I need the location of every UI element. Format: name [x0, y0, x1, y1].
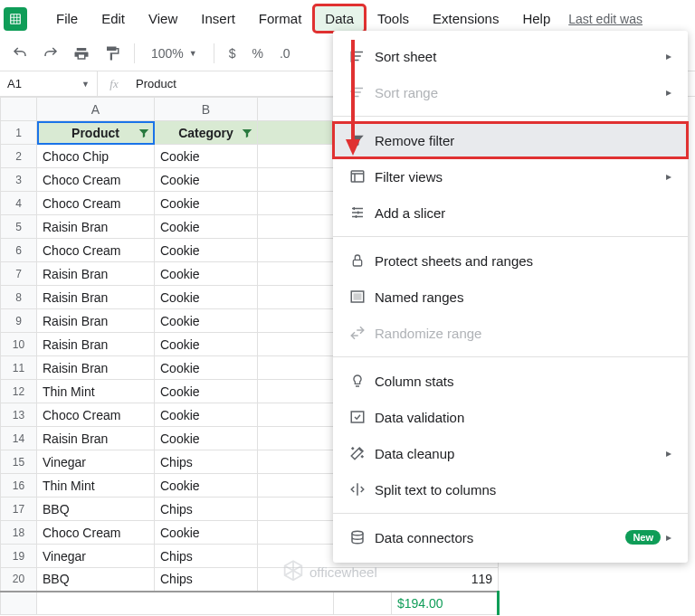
menu-data-cleanup[interactable]: Data cleanup [333, 435, 688, 471]
row-header[interactable]: 11 [1, 356, 37, 380]
menu-insert[interactable]: Insert [190, 5, 246, 32]
cell-product[interactable]: BBQ [37, 568, 155, 592]
row-header[interactable]: 3 [1, 168, 37, 192]
cell-category[interactable]: Cookie [155, 403, 258, 427]
cell-product[interactable]: Thin Mint [37, 380, 155, 403]
cell-product[interactable]: Raisin Bran [37, 286, 155, 309]
row-header[interactable]: 7 [1, 262, 37, 286]
cell-product[interactable]: Raisin Bran [37, 309, 155, 333]
menu-view[interactable]: View [138, 5, 188, 32]
redo-button[interactable] [36, 40, 65, 67]
format-decimal[interactable]: .0 [272, 46, 298, 61]
cell-product[interactable]: Choco Cream [37, 521, 155, 545]
cell-category[interactable]: Chips [155, 498, 258, 521]
cell-category[interactable]: Cookie [155, 380, 258, 403]
row-header[interactable]: 14 [1, 427, 37, 450]
cell-category[interactable]: Cookie [155, 309, 258, 333]
row-header[interactable]: 18 [1, 521, 37, 545]
cell-product[interactable]: Thin Mint [37, 474, 155, 498]
row-header[interactable]: 9 [1, 309, 37, 333]
row-header[interactable]: 17 [1, 498, 37, 521]
cell-category[interactable]: Cookie [155, 145, 258, 168]
cell-category[interactable]: Chips [155, 568, 258, 592]
cell-product[interactable]: Raisin Bran [37, 215, 155, 239]
menu-sort-sheet[interactable]: Sort sheet [333, 38, 688, 74]
row-header[interactable]: 10 [1, 333, 37, 356]
menu-split-text[interactable]: Split text to columns [333, 471, 688, 507]
header-product[interactable]: Product [37, 121, 155, 145]
filter-icon[interactable] [241, 127, 253, 139]
undo-button[interactable] [5, 40, 34, 67]
zoom-select[interactable]: 100%▼ [142, 46, 206, 61]
cell-category[interactable]: Chips [155, 545, 258, 568]
menu-column-stats[interactable]: Column stats [333, 363, 688, 399]
menu-help[interactable]: Help [511, 5, 561, 32]
cell-category[interactable]: Cookie [155, 286, 258, 309]
paint-format-button[interactable] [98, 40, 127, 67]
filter-icon[interactable] [138, 127, 150, 139]
menu-extensions[interactable]: Extensions [422, 5, 509, 32]
cell-product[interactable]: Choco Cream [37, 403, 155, 427]
sheets-logo[interactable] [4, 7, 27, 31]
cell-category[interactable]: Cookie [155, 427, 258, 450]
cell-category[interactable]: Cookie [155, 521, 258, 545]
row-header[interactable]: 19 [1, 545, 37, 568]
row-header[interactable]: 12 [1, 380, 37, 403]
format-percent[interactable]: % [245, 46, 271, 61]
menu-data-validation[interactable]: Data validation [333, 399, 688, 435]
menu-tools[interactable]: Tools [367, 5, 420, 32]
name-box[interactable]: A1 ▼ [0, 71, 98, 96]
menu-edit[interactable]: Edit [90, 5, 136, 32]
cell-category[interactable]: Cookie [155, 192, 258, 215]
menu-filter-views[interactable]: Filter views [333, 158, 688, 194]
cell-category[interactable]: Cookie [155, 333, 258, 356]
cell-product[interactable]: Vinegar [37, 450, 155, 474]
cell-category[interactable]: Cookie [155, 356, 258, 380]
cell-category[interactable]: Chips [155, 450, 258, 474]
menu-add-slicer[interactable]: Add a slicer [333, 194, 688, 231]
menu-file[interactable]: File [45, 5, 89, 32]
col-header-b[interactable]: B [155, 98, 258, 121]
row-header[interactable]: 13 [1, 403, 37, 427]
row-header[interactable]: 8 [1, 286, 37, 309]
select-all-corner[interactable] [1, 98, 37, 121]
menu-data[interactable]: Data [314, 5, 365, 32]
cell-unit-sold[interactable]: 119 [258, 568, 499, 592]
row-header[interactable] [1, 592, 37, 615]
cell-product[interactable]: Choco Chip [37, 145, 155, 168]
cell-product[interactable]: Raisin Bran [37, 262, 155, 286]
cell-product[interactable]: Raisin Bran [37, 356, 155, 380]
menu-data-connectors[interactable]: Data connectors New [333, 519, 688, 555]
menu-protect-sheets[interactable]: Protect sheets and ranges [333, 242, 688, 279]
row-header[interactable]: 5 [1, 215, 37, 239]
print-button[interactable] [67, 40, 96, 67]
header-category[interactable]: Category [155, 121, 258, 145]
cell-product[interactable]: Raisin Bran [37, 333, 155, 356]
row-header[interactable]: 6 [1, 239, 37, 262]
menu-remove-filter[interactable]: Remove filter [333, 122, 688, 158]
menu-named-ranges[interactable]: Named ranges [333, 279, 688, 315]
table-row[interactable]: 20BBQChips119 [1, 568, 499, 592]
cell-product[interactable]: Choco Cream [37, 192, 155, 215]
cell-product[interactable]: BBQ [37, 498, 155, 521]
col-header-a[interactable]: A [37, 98, 155, 121]
format-currency[interactable]: $ [222, 46, 243, 61]
row-header[interactable]: 2 [1, 145, 37, 168]
cell-product[interactable]: Vinegar [37, 545, 155, 568]
row-header[interactable]: 4 [1, 192, 37, 215]
svg-rect-5 [351, 412, 364, 422]
row-header[interactable]: 16 [1, 474, 37, 498]
row-header[interactable]: 20 [1, 568, 37, 592]
cell-product[interactable]: Choco Cream [37, 239, 155, 262]
row-header[interactable]: 15 [1, 450, 37, 474]
cell-category[interactable]: Cookie [155, 262, 258, 286]
cell-category[interactable]: Cookie [155, 474, 258, 498]
last-edit-link[interactable]: Last edit was [568, 12, 643, 26]
cell-category[interactable]: Cookie [155, 168, 258, 192]
cell-product[interactable]: Raisin Bran [37, 427, 155, 450]
row-header[interactable]: 1 [1, 121, 37, 145]
cell-category[interactable]: Cookie [155, 215, 258, 239]
cell-category[interactable]: Cookie [155, 239, 258, 262]
cell-product[interactable]: Choco Cream [37, 168, 155, 192]
menu-format[interactable]: Format [248, 5, 313, 32]
